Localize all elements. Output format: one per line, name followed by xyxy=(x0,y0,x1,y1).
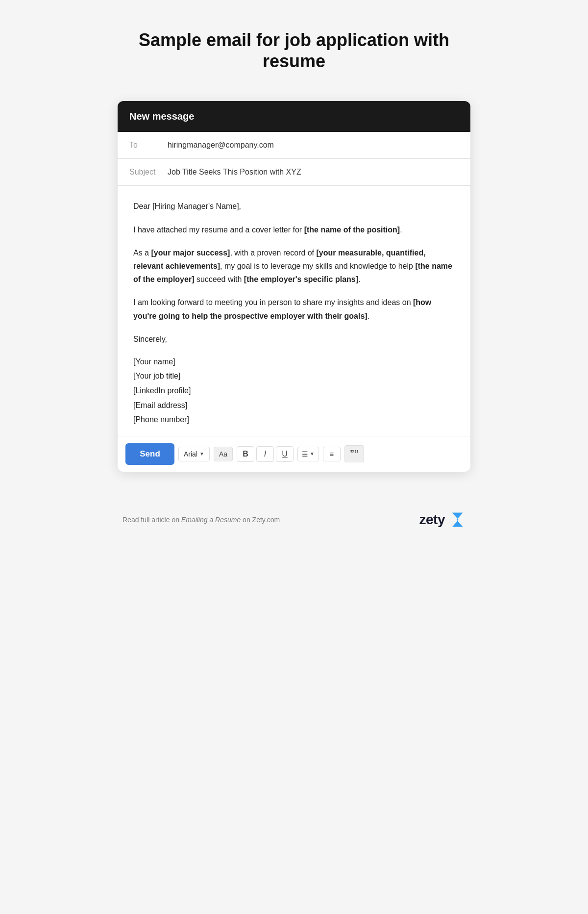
email-header: New message xyxy=(118,101,470,132)
paragraph2: As a [your major success], with a proven… xyxy=(133,246,455,286)
paragraph3: I am looking forward to meeting you in p… xyxy=(133,296,455,322)
closing-label: Sincerely, xyxy=(133,335,167,343)
paragraph2-end: . xyxy=(358,275,360,283)
email-card: New message To hiringmanager@company.com… xyxy=(118,101,470,471)
greeting-paragraph: Dear [Hiring Manager's Name], xyxy=(133,200,455,213)
paragraph2-start: As a xyxy=(133,249,151,257)
subject-label: Subject xyxy=(129,168,164,177)
signature-block: [Your name] [Your job title] [LinkedIn p… xyxy=(133,355,455,426)
paragraph2-mid1: , with a proven record of xyxy=(230,249,316,257)
zety-wordmark: zety xyxy=(419,512,445,528)
font-selector[interactable]: Arial ▼ xyxy=(178,447,210,461)
footer-text: Read full article on Emailing a Resume o… xyxy=(122,516,280,524)
subject-value: Job Title Seeks This Position with XYZ xyxy=(168,168,301,177)
email-toolbar: Send Arial ▼ Aa B I U ☰ ▼ ≡ ”” xyxy=(118,436,470,472)
signature-linkedin: [LinkedIn profile] xyxy=(133,384,455,397)
to-value: hiringmanager@company.com xyxy=(168,141,274,150)
send-button[interactable]: Send xyxy=(125,443,174,465)
align-chevron-icon: ▼ xyxy=(310,451,315,457)
zety-icon xyxy=(448,511,466,529)
indent-icon: ≡ xyxy=(330,450,334,458)
font-chevron-icon: ▼ xyxy=(199,451,204,457)
paragraph2-bold4: [the employer's specific plans] xyxy=(244,275,358,283)
paragraph3-end: . xyxy=(368,312,369,320)
underline-button[interactable]: U xyxy=(276,446,294,462)
signature-email: [Email address] xyxy=(133,399,455,412)
align-icon: ☰ xyxy=(302,450,308,458)
paragraph2-mid2: , my goal is to leverage my skills and k… xyxy=(220,262,415,270)
text-size-button[interactable]: Aa xyxy=(214,447,233,461)
paragraph1: I have attached my resume and a cover le… xyxy=(133,223,455,236)
align-button[interactable]: ☰ ▼ xyxy=(297,447,319,461)
paragraph2-mid3: succeed with xyxy=(194,275,244,283)
indent-button[interactable]: ≡ xyxy=(323,447,341,461)
svg-marker-0 xyxy=(452,512,463,527)
bold-button[interactable]: B xyxy=(237,446,254,462)
signature-job-title: [Your job title] xyxy=(133,370,455,382)
to-label: To xyxy=(129,141,164,150)
email-body: Dear [Hiring Manager's Name], I have att… xyxy=(118,186,470,435)
email-header-title: New message xyxy=(129,111,194,122)
italic-button[interactable]: I xyxy=(256,446,274,462)
signature-name: [Your name] xyxy=(133,355,455,368)
footer-text-start: Read full article on xyxy=(122,516,181,524)
formatting-group: B I U xyxy=(237,446,294,462)
paragraph1-end: . xyxy=(400,226,402,234)
closing-text: Sincerely, xyxy=(133,332,455,346)
paragraph2-bold1: [your major success] xyxy=(151,249,230,257)
paragraph1-bold: [the name of the position] xyxy=(304,226,400,234)
quote-button[interactable]: ”” xyxy=(344,445,364,462)
footer: Read full article on Emailing a Resume o… xyxy=(118,511,470,529)
to-field: To hiringmanager@company.com xyxy=(118,132,470,159)
font-label: Arial xyxy=(184,450,197,458)
signature-phone: [Phone number] xyxy=(133,413,455,426)
footer-text-end: on Zety.com xyxy=(241,516,280,524)
page-title: Sample email for job application with re… xyxy=(122,29,466,72)
footer-link: Emailing a Resume xyxy=(181,516,241,524)
paragraph1-start: I have attached my resume and a cover le… xyxy=(133,226,304,234)
paragraph3-start: I am looking forward to meeting you in p… xyxy=(133,298,413,306)
zety-logo: zety xyxy=(419,511,466,529)
subject-field: Subject Job Title Seeks This Position wi… xyxy=(118,159,470,186)
greeting-text: Dear [Hiring Manager's Name], xyxy=(133,202,241,210)
